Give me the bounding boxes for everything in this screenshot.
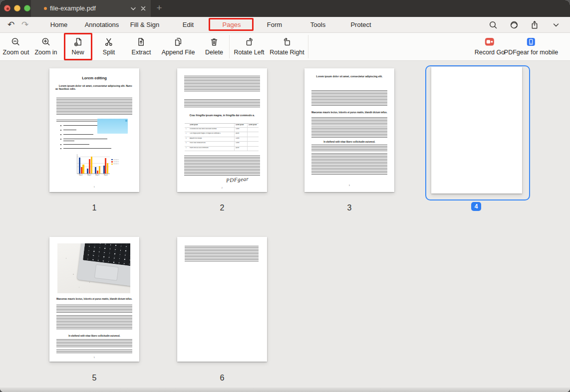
extract-button[interactable]: Extract (132, 33, 151, 60)
zoom-out-button[interactable]: Zoom out (3, 33, 29, 60)
note-corner-icon (125, 120, 127, 122)
laptop-image (77, 243, 130, 286)
chart-plot-area (77, 154, 110, 174)
append-file-icon (173, 37, 184, 47)
tab-list-chevron-icon[interactable] (129, 4, 137, 12)
doc-heading: Maecenas mauris lectus, lobortis et puru… (311, 111, 387, 114)
close-tab-icon[interactable] (139, 4, 147, 12)
rotate-right-icon (282, 37, 292, 47)
tab-form[interactable]: Form (267, 17, 282, 33)
page-label-6: 6 (220, 373, 225, 383)
record-go-button[interactable]: Record Go (475, 33, 505, 60)
thumbnail-page-5[interactable]: Maecenas mauris lectus, lobortis et puru… (49, 237, 139, 362)
doc-title: Lorem editing (49, 76, 139, 80)
record-camera-icon (484, 37, 495, 47)
search-icon[interactable] (489, 20, 498, 29)
close-window-button[interactable] (4, 5, 10, 11)
collapse-toolbar-icon[interactable] (552, 20, 561, 29)
split-scissors-icon (103, 37, 114, 47)
doc-heading: Maecenas mauris lectus, lobortis et puru… (56, 298, 132, 301)
tab-filename: file-example.pdf (50, 0, 96, 17)
unsaved-dot-icon (44, 7, 47, 10)
tab-protect[interactable]: Protect (350, 17, 371, 33)
text-block (311, 127, 387, 138)
text-block (56, 315, 132, 329)
page-number: 1 (49, 186, 139, 188)
page-label-3: 3 (347, 203, 352, 213)
text-block (56, 98, 132, 115)
text-block (311, 117, 387, 125)
doc-heading: Cras fringilla ipsum magna, in fringilla… (177, 114, 267, 117)
thumbnail-page-3[interactable]: Lorem ipsum dolor sit amet, consectetur … (304, 68, 394, 192)
tab-fill-and-sign[interactable]: Fill & Sign (130, 17, 160, 33)
toolbar-separator (229, 35, 230, 58)
pdfgear-signature: PDFgear (226, 175, 262, 184)
doc-heading: In eleifend velit vitae libero sollicitu… (49, 335, 139, 338)
text-block (184, 76, 260, 91)
photo-laptop-on-marble (57, 243, 130, 293)
text-block (311, 145, 387, 151)
mini-table: Lorem ipsumLorem ipsumLorem ipsum1In ele… (185, 123, 259, 151)
support-icon[interactable] (510, 20, 519, 29)
doc-heading: Lorem ipsum dolor sit amet, consectetur … (311, 75, 387, 78)
delete-button[interactable]: Delete (205, 33, 223, 60)
zoom-out-icon (10, 37, 21, 47)
sticky-note[interactable] (97, 119, 128, 134)
text-block (56, 305, 132, 313)
trash-icon (209, 37, 220, 47)
text-block (184, 99, 260, 107)
text-block (311, 90, 387, 106)
document-tab[interactable]: file-example.pdf (31, 0, 151, 17)
page-number: 2 (177, 187, 267, 189)
titlebar: file-example.pdf + (0, 0, 570, 17)
trackpad (94, 264, 119, 281)
doc-subtitle: Lorem ipsum dolor sit amet, consectetur … (55, 84, 133, 91)
thumbnail-page-6[interactable] (177, 237, 267, 362)
rotate-right-button[interactable]: Rotate Right (270, 33, 304, 60)
keyboard-keys (83, 243, 130, 266)
text-block (56, 339, 132, 348)
page-label-1: 1 (92, 203, 97, 213)
split-button[interactable]: Split (103, 33, 115, 60)
zoom-in-icon (40, 37, 51, 47)
chart-legend: Column 1Column 2Column 3 (111, 159, 120, 165)
page-number: 5 (49, 357, 139, 358)
pdfgear-window: file-example.pdf + ↶ ↷ Home Annotations … (0, 0, 570, 392)
rotate-left-icon (244, 37, 255, 47)
doc-heading: In eleifend velit vitae libero sollicitu… (304, 141, 394, 144)
page-number: 3 (304, 185, 394, 186)
tab-tools[interactable]: Tools (310, 17, 325, 33)
pdfgear-mobile-button[interactable]: PDFgear for mobile (504, 33, 558, 60)
text-block (185, 246, 259, 261)
extract-page-icon (136, 37, 147, 47)
text-block (56, 350, 132, 354)
undo-button[interactable]: ↶ (6, 20, 15, 29)
append-file-button[interactable]: Append File (162, 33, 195, 60)
highlight-box-new (64, 33, 92, 60)
text-block (311, 153, 387, 175)
thumbnail-page-2[interactable]: Cras fringilla ipsum magna, in fringilla… (177, 68, 267, 192)
share-icon[interactable] (530, 20, 539, 29)
redo-button[interactable]: ↷ (20, 20, 29, 29)
thumbnail-page-1[interactable]: Lorem editing Lorem ipsum dolor sit amet… (49, 68, 139, 192)
tab-annotations[interactable]: Annotations (85, 17, 119, 33)
bar-chart: Row 1Row 2Row 3Row 4 Column 1Column 2Col… (72, 153, 120, 180)
tab-edit[interactable]: Edit (183, 17, 194, 33)
page-label-2: 2 (220, 203, 225, 213)
pages-grid: Lorem editing Lorem ipsum dolor sit amet… (0, 61, 570, 392)
toolbar-separator (308, 35, 308, 58)
page-label-5: 5 (92, 373, 97, 383)
chart-x-labels: Row 1Row 2Row 3Row 4 (77, 175, 110, 178)
window-bottom-edge (0, 388, 570, 392)
rotate-left-button[interactable]: Rotate Left (234, 33, 264, 60)
zoom-window-button[interactable] (24, 5, 30, 11)
zoom-in-button[interactable]: Zoom in (34, 33, 57, 60)
highlight-box-pages (209, 18, 254, 31)
tab-home[interactable]: Home (50, 17, 68, 33)
minimize-window-button[interactable] (14, 5, 20, 11)
new-tab-button[interactable]: + (153, 0, 166, 17)
text-block (184, 156, 260, 176)
mobile-phone-icon (526, 37, 537, 47)
selected-page-badge: 4 (471, 202, 481, 211)
thumbnail-page-4[interactable] (431, 67, 522, 194)
